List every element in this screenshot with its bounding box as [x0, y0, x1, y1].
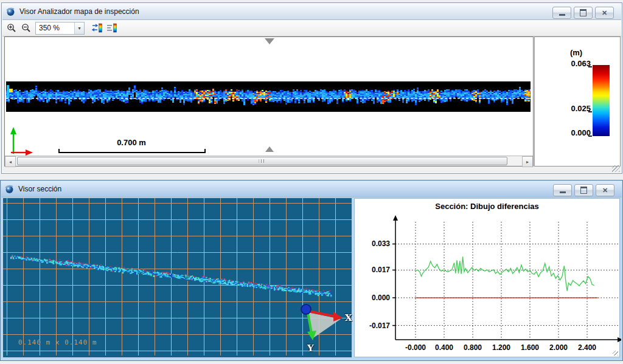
scrollbar-grip-icon — [259, 159, 266, 163]
minimize-button[interactable] — [553, 184, 572, 196]
x-tick-label: -0.000 — [405, 343, 426, 352]
app-icon — [4, 184, 15, 194]
close-button[interactable]: ✕ — [596, 184, 614, 196]
scroll-right-icon: ▸ — [526, 159, 529, 165]
maximize-icon — [580, 9, 586, 16]
x-tick-label: 1.600 — [521, 343, 539, 352]
legend-tick-mark — [588, 136, 592, 137]
chevron-down-icon[interactable]: ▾ — [74, 22, 84, 34]
maximize-button[interactable] — [574, 184, 593, 196]
section-titlebar[interactable]: Visor sección ✕ — [1, 181, 622, 197]
y-tick-label: 0.033 — [372, 239, 390, 248]
zoom-level-value: 350 % — [36, 24, 74, 32]
orientation-axes-icon — [280, 301, 350, 353]
section-position-marker-bottom[interactable] — [265, 146, 274, 152]
zoom-level-combo[interactable]: 350 % ▾ — [35, 22, 85, 35]
x-tick-label: 0.800 — [464, 343, 482, 352]
series-diferencias — [416, 256, 594, 290]
app-icon — [5, 6, 16, 17]
x-axis-arrow-icon — [618, 337, 621, 342]
map-origin-axes-icon — [6, 126, 35, 156]
x-axis-label: X — [345, 312, 352, 323]
y-tick-label: -0.017 — [369, 321, 390, 330]
inspector-titlebar[interactable]: Visor Analizador mapa de inspección ✕ — [2, 4, 621, 20]
scroll-right-button[interactable]: ▸ — [522, 156, 533, 167]
section-window: Visor sección ✕ 0.140 m x 0.140 m X Y Se… — [0, 180, 623, 361]
colormap-scale-icon[interactable] — [106, 22, 117, 33]
window-resize-grip[interactable] — [613, 351, 618, 355]
x-tick-label: 0.400 — [435, 343, 453, 352]
close-icon: ✕ — [602, 187, 608, 194]
scale-bar — [58, 149, 206, 153]
zoom-in-icon[interactable] — [6, 22, 17, 33]
scale-bar-label: 0.700 m — [58, 138, 204, 147]
colorbar-legend-panel: (m) 0.063 0.025 0.000 — [534, 36, 621, 167]
x-tick-label: 2.400 — [578, 343, 596, 352]
map-horizontal-scrollbar[interactable]: ◂ ▸ — [5, 156, 533, 166]
section-3d-view[interactable]: 0.140 m x 0.140 m X Y — [3, 198, 352, 357]
inspection-map-canvas[interactable] — [6, 81, 531, 112]
section-position-marker-top[interactable] — [265, 38, 274, 44]
y-axis-label: Y — [307, 343, 314, 354]
inspector-window: Visor Analizador mapa de inspección ✕ 35… — [1, 2, 622, 174]
legend-tick-mark — [588, 111, 592, 112]
y-axis-arrow-icon — [393, 215, 398, 221]
scroll-left-icon: ◂ — [9, 159, 12, 165]
zoom-out-icon[interactable] — [21, 22, 32, 33]
colormap-flip-icon[interactable] — [92, 22, 103, 33]
legend-tick-min: 0.000 — [565, 128, 591, 137]
section-window-title: Visor sección — [18, 185, 61, 193]
inspector-window-title: Visor Analizador mapa de inspección — [19, 7, 139, 16]
section-chart-panel: Sección: Dibujo diferencias -0.0000.4000… — [354, 198, 620, 357]
legend-tick-mark — [588, 66, 592, 67]
window-resize-grip[interactable] — [612, 165, 620, 172]
legend-tick-max: 0.063 — [565, 59, 591, 68]
scroll-left-button[interactable]: ◂ — [5, 156, 16, 167]
grid-cell-size-label: 0.140 m x 0.140 m — [18, 338, 97, 346]
x-tick-label: 1.200 — [492, 343, 510, 352]
x-tick-label: 2.000 — [549, 343, 568, 352]
minimize-icon — [560, 191, 566, 193]
minimize-button[interactable] — [552, 7, 571, 19]
legend-tick-mid: 0.025 — [565, 104, 591, 113]
y-tick-label: 0.017 — [372, 266, 390, 274]
scrollbar-thumb[interactable] — [17, 157, 507, 165]
inspection-map-viewport[interactable]: 0.700 m ◂ ▸ — [4, 36, 534, 167]
maximize-button[interactable] — [574, 7, 593, 19]
scrollbar-track[interactable] — [16, 156, 522, 166]
maximize-icon — [580, 187, 587, 194]
inspector-toolbar: 350 % ▾ — [2, 20, 621, 36]
difference-chart[interactable]: -0.0000.4000.8001.2001.6002.0002.4000.03… — [355, 212, 621, 355]
close-icon: ✕ — [602, 10, 607, 16]
legend-unit-label: (m) — [555, 48, 597, 57]
minimize-icon — [559, 14, 565, 16]
close-button[interactable]: ✕ — [595, 7, 614, 19]
colorbar-gradient — [593, 65, 610, 136]
chart-title: Sección: Dibujo diferencias — [355, 202, 619, 211]
section-content: 0.140 m x 0.140 m X Y Sección: Dibujo di… — [3, 198, 620, 357]
y-tick-label: 0.000 — [372, 294, 390, 302]
